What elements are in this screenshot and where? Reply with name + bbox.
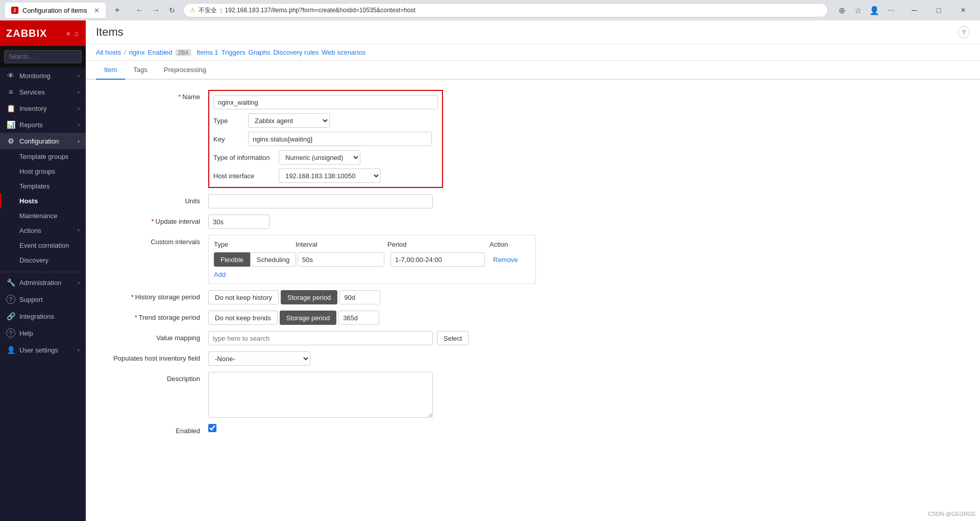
reports-icon: 📊 <box>6 121 15 129</box>
sidebar-item-inventory[interactable]: 📋 Inventory › <box>0 100 86 116</box>
form-row-description: Description <box>96 372 970 418</box>
sidebar-item-support[interactable]: ? Support <box>0 291 86 308</box>
tab-preprocessing[interactable]: Preprocessing <box>156 61 214 80</box>
sidebar-search-input[interactable] <box>4 50 82 63</box>
sidebar-item-configuration[interactable]: ⚙ Configuration › <box>0 133 86 149</box>
name-field: Type Zabbix agentZabbix agent (active)Si… <box>208 90 970 188</box>
collapse-sidebar-btn[interactable]: « <box>65 28 71 38</box>
sidebar-subitem-event-correlation[interactable]: Event correlation <box>0 238 86 253</box>
sidebar-item-administration[interactable]: 🔧 Administration › <box>0 274 86 291</box>
breadcrumb-enabled[interactable]: Enabled <box>148 49 173 56</box>
breadcrumb-web-scenarios[interactable]: Web scenarios <box>322 49 365 56</box>
sidebar-item-user-settings[interactable]: 👤 User settings › <box>0 342 86 358</box>
new-tab-btn[interactable]: + <box>110 3 124 17</box>
update-interval-input[interactable] <box>208 215 270 229</box>
browser-star-btn[interactable]: ☆ <box>850 3 866 17</box>
sidebar-item-help[interactable]: ? Help <box>0 324 86 342</box>
sidebar-subitem-discovery[interactable]: Discovery <box>0 253 86 268</box>
sidebar-subitem-template-groups[interactable]: Template groups <box>0 149 86 164</box>
name-input[interactable] <box>213 95 438 109</box>
sidebar-subitem-hosts[interactable]: Hosts <box>0 194 86 208</box>
tab-bar: Item Tags Preprocessing <box>86 61 980 80</box>
browser-tab[interactable]: Z Configuration of items ✕ <box>5 3 106 18</box>
help-button[interactable]: ? <box>958 26 970 38</box>
value-mapping-select-btn[interactable]: Select <box>437 331 469 345</box>
trend-no-keep-btn[interactable]: Do not keep trends <box>208 311 278 325</box>
sidebar-item-services[interactable]: ≡ Services › <box>0 84 86 100</box>
sidebar-item-integrations[interactable]: 🔗 Integrations <box>0 308 86 324</box>
breadcrumb-nginx[interactable]: nginx <box>129 49 145 56</box>
monitoring-label: Monitoring <box>19 72 51 80</box>
minimize-btn[interactable]: ─ <box>902 3 926 17</box>
forward-btn[interactable]: → <box>149 3 163 17</box>
units-field <box>208 194 970 208</box>
breadcrumb-discovery-rules[interactable]: Discovery rules <box>273 49 318 56</box>
close-icon[interactable]: ✕ <box>94 7 100 14</box>
sidebar-item-reports[interactable]: 📊 Reports › <box>0 116 86 133</box>
host-interface-inline-label: Host interface <box>213 172 275 180</box>
close-window-btn[interactable]: ✕ <box>951 3 975 17</box>
add-interval-btn[interactable]: Add <box>214 271 226 278</box>
units-input[interactable] <box>208 194 433 208</box>
configuration-label: Configuration <box>19 137 59 145</box>
tab-favicon: Z <box>11 7 18 14</box>
interval-period-input[interactable] <box>390 252 485 267</box>
update-interval-field <box>208 215 970 229</box>
flexible-btn[interactable]: Flexible <box>214 252 250 267</box>
browser-profile-btn[interactable]: ⊕ <box>834 3 849 17</box>
sidebar-toggle-btns: « ⌂ <box>65 28 80 38</box>
administration-label: Administration <box>19 279 61 287</box>
form-row-custom-intervals: Custom intervals Type Interval Period Ac… <box>96 235 970 284</box>
breadcrumb: All hosts / nginx Enabled ZBX Items 1 Tr… <box>86 44 980 61</box>
breadcrumb-graphs[interactable]: Graphs <box>249 49 271 56</box>
sidebar-home-btn[interactable]: ⌂ <box>74 28 80 38</box>
scheduling-btn[interactable]: Scheduling <box>250 252 296 267</box>
sidebar-subitem-actions[interactable]: Actions › <box>0 223 86 238</box>
key-inline-label: Key <box>213 135 244 143</box>
sidebar-subitem-templates[interactable]: Templates <box>0 179 86 194</box>
enabled-checkbox[interactable] <box>208 424 216 432</box>
configuration-arrow: › <box>78 138 80 144</box>
zbx-badge: ZBX <box>176 49 191 56</box>
user-settings-label: User settings <box>19 346 58 354</box>
type-of-info-select[interactable]: Numeric (unsigned)Numeric (float)Charact… <box>279 150 360 164</box>
sidebar-item-monitoring[interactable]: 👁 Monitoring › <box>0 67 86 84</box>
reload-btn[interactable]: ↻ <box>165 3 179 17</box>
administration-icon: 🔧 <box>6 278 15 287</box>
remove-interval-btn[interactable]: Remove <box>493 256 518 264</box>
history-value-input[interactable] <box>339 290 380 304</box>
reports-label: Reports <box>19 121 43 129</box>
breadcrumb-items[interactable]: Items 1 <box>197 49 218 56</box>
form-row-units: Units <box>96 194 970 208</box>
value-mapping-input[interactable] <box>208 331 433 345</box>
description-textarea[interactable] <box>208 372 433 418</box>
maximize-btn[interactable]: □ <box>927 3 950 17</box>
history-no-keep-btn[interactable]: Do not keep history <box>208 290 279 304</box>
tab-item[interactable]: Item <box>96 61 125 80</box>
integrations-label: Integrations <box>19 313 54 320</box>
browser-menu-btn[interactable]: ··· <box>883 3 898 17</box>
type-select[interactable]: Zabbix agentZabbix agent (active)Simple … <box>248 113 330 128</box>
type-of-info-inline-label: Type of information <box>213 154 275 161</box>
custom-intervals-label: Custom intervals <box>96 235 208 246</box>
sidebar-subitem-host-groups[interactable]: Host groups <box>0 164 86 179</box>
history-storage-period-btn[interactable]: Storage period <box>281 290 337 304</box>
trend-value-input[interactable] <box>338 311 379 325</box>
inventory-field-select[interactable]: -None- <box>208 351 310 366</box>
trend-storage-period-btn[interactable]: Storage period <box>280 311 336 325</box>
interval-value-input[interactable] <box>298 252 384 267</box>
host-interface-select[interactable]: 192.168.183.138:10050 <box>279 169 381 183</box>
sidebar-subitem-maintenance[interactable]: Maintenance <box>0 208 86 223</box>
browser-user-btn[interactable]: 👤 <box>867 3 882 17</box>
form-row-trend: *Trend storage period Do not keep trends… <box>96 311 970 325</box>
interval-type-group: Flexible Scheduling <box>214 252 291 267</box>
back-btn[interactable]: ← <box>132 3 146 17</box>
address-bar[interactable]: ⚠ 不安全 | 192.168.183.137/items.php?form=c… <box>183 3 828 17</box>
breadcrumb-triggers[interactable]: Triggers <box>222 49 246 56</box>
history-label: *History storage period <box>96 290 208 301</box>
key-input[interactable] <box>248 132 432 146</box>
services-arrow: › <box>78 89 80 95</box>
breadcrumb-all-hosts[interactable]: All hosts <box>96 49 121 56</box>
tab-tags[interactable]: Tags <box>125 61 155 80</box>
monitoring-arrow: › <box>78 73 80 79</box>
